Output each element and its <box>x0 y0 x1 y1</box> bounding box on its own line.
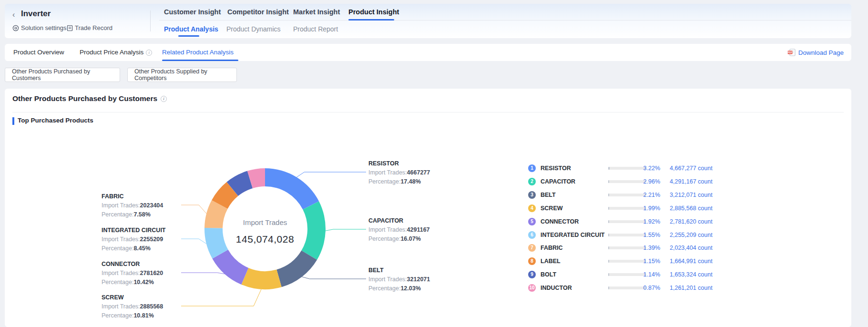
tab-competitor-insight[interactable]: Competitor Insight <box>227 8 289 16</box>
donut-callout-screw: SCREWImport Trades:2885568Percentage:10.… <box>102 293 197 320</box>
ranking-row-integrated-circuit[interactable]: 6INTEGRATED CIRCUIT1.55%2,255,209 count <box>528 231 795 239</box>
callout-percentage: Percentage:10.81% <box>102 311 197 320</box>
callout-percentage: Percentage:12.03% <box>368 284 464 293</box>
subtab-product-dynamics[interactable]: Product Dynamics <box>226 25 281 33</box>
callout-leader-line <box>296 172 366 177</box>
product-name: LABEL <box>541 258 561 265</box>
count-value: 1,261,201 count <box>670 285 713 291</box>
rank-badge: 3 <box>528 191 536 199</box>
callout-import-trades: Import Trades:4667277 <box>368 168 464 177</box>
rank-badge: 4 <box>528 204 536 212</box>
svg-text:PDF: PDF <box>787 51 792 54</box>
filter-purchased-by-customers-button[interactable]: Other Products Purchased by Customers <box>5 68 120 82</box>
count-value: 2,255,209 count <box>670 232 713 238</box>
ranking-row-resistor[interactable]: 1RESISTOR3.22%4,667,277 count <box>528 164 795 173</box>
back-chevron-icon[interactable]: ‹ <box>12 10 15 19</box>
product-name: FABRIC <box>541 245 563 251</box>
progress-bar-fill <box>608 167 610 170</box>
tab-market-insight[interactable]: Market Insight <box>293 8 340 16</box>
trade-record-button[interactable]: Trade Record <box>67 24 112 31</box>
tab-product-insight[interactable]: Product Insight <box>348 8 399 16</box>
info-icon[interactable]: i <box>146 50 152 56</box>
filter-supplied-by-competitors-button[interactable]: Other Products Supplied by Competitors <box>127 68 237 82</box>
rank-badge: 2 <box>528 178 536 185</box>
tab-product-overview[interactable]: Product Overview <box>13 44 64 61</box>
analysis-toolbar: Product Overview Product Price Analysis … <box>5 44 851 61</box>
rank-badge: 1 <box>528 164 536 172</box>
ranking-row-bolt[interactable]: 9BOLT1.14%1,653,324 count <box>528 270 795 279</box>
page-title: Inverter <box>21 9 51 19</box>
rank-badge: 5 <box>528 218 536 225</box>
tab-customer-insight[interactable]: Customer Insight <box>164 8 221 16</box>
callout-product-name: INTEGRATED CIRCUIT <box>102 226 197 235</box>
rank-badge: 9 <box>528 271 536 278</box>
product-name: INTEGRATED CIRCUIT <box>541 232 605 238</box>
donut-callout-integrated-circuit: INTEGRATED CIRCUITImport Trades:2255209P… <box>102 226 197 253</box>
percentage-value: 1.55% <box>627 232 660 238</box>
callout-product-name: CONNECTOR <box>102 260 197 269</box>
ranking-row-inductor[interactable]: 10INDUCTOR0.87%1,261,201 count <box>528 284 795 292</box>
count-value: 2,781,620 count <box>670 218 713 225</box>
percentage-value: 1.92% <box>627 218 660 225</box>
trade-record-icon <box>67 25 73 31</box>
rank-badge: 8 <box>528 257 536 265</box>
solution-settings-label: Solution settings <box>21 24 66 31</box>
callout-import-trades: Import Trades:3212071 <box>368 275 464 284</box>
donut-segment-screw[interactable] <box>241 268 281 289</box>
product-name: BOLT <box>541 271 556 278</box>
count-value: 1,653,324 count <box>670 271 713 278</box>
count-value: 4,291,167 count <box>670 178 713 185</box>
product-name: RESISTOR <box>541 165 571 172</box>
ranking-row-connector[interactable]: 5CONNECTOR1.92%2,781,620 count <box>528 217 795 226</box>
ranking-row-screw[interactable]: 4SCREW1.99%2,885,568 count <box>528 204 795 213</box>
download-page-button[interactable]: PDF Download Page <box>787 44 844 61</box>
count-value: 4,667,277 count <box>670 165 713 172</box>
subtab-product-report[interactable]: Product Report <box>293 25 338 33</box>
rank-badge: 6 <box>528 231 536 239</box>
ranking-row-fabric[interactable]: 7FABRIC1.39%2,023,404 count <box>528 244 795 252</box>
rank-badge: 7 <box>528 244 536 252</box>
callout-percentage: Percentage:10.42% <box>102 278 197 287</box>
tab-product-price-analysis[interactable]: Product Price Analysis i <box>80 44 152 61</box>
callout-product-name: BELT <box>368 266 464 275</box>
ranking-row-belt[interactable]: 3BELT2.21%3,212,071 count <box>528 191 795 199</box>
count-value: 1,664,991 count <box>670 258 713 265</box>
progress-bar-fill <box>608 286 609 289</box>
donut-center-label: Import Trades <box>217 218 313 226</box>
callout-percentage: Percentage:8.45% <box>102 244 197 253</box>
tab-related-product-analysis[interactable]: Related Product Analysis <box>162 44 234 61</box>
donut-callout-resistor: RESISTORImport Trades:4667277Percentage:… <box>368 159 464 186</box>
progress-bar-fill <box>608 207 609 210</box>
percentage-value: 1.99% <box>627 205 660 212</box>
donut-segment-capacitor[interactable] <box>301 201 326 260</box>
tabs-divider <box>159 20 851 20</box>
trade-record-label: Trade Record <box>75 24 112 31</box>
active-subtab-underline <box>178 35 199 37</box>
ranking-row-capacitor[interactable]: 2CAPACITOR2.96%4,291,167 count <box>528 177 795 186</box>
callout-product-name: SCREW <box>102 293 197 302</box>
callout-import-trades: Import Trades:2023404 <box>102 201 197 210</box>
donut-segment-resistor[interactable] <box>265 168 319 210</box>
callout-import-trades: Import Trades:2255209 <box>102 235 197 244</box>
donut-callout-fabric: FABRICImport Trades:2023404Percentage:7.… <box>102 192 197 219</box>
solution-settings-button[interactable]: Solution settings <box>12 24 66 31</box>
donut-callout-capacitor: CAPACITORImport Trades:4291167Percentage… <box>368 216 464 244</box>
solution-settings-icon <box>12 25 19 31</box>
subtab-product-analysis[interactable]: Product Analysis <box>164 25 218 33</box>
progress-bar-fill <box>608 246 609 249</box>
percentage-value: 3.22% <box>627 165 660 172</box>
rank-badge: 10 <box>528 284 536 292</box>
header-divider <box>150 10 151 31</box>
progress-bar-fill <box>608 220 609 223</box>
callout-product-name: RESISTOR <box>368 159 464 168</box>
product-name: BELT <box>541 192 556 198</box>
ranking-row-label[interactable]: 8LABEL1.15%1,664,991 count <box>528 257 795 266</box>
percentage-value: 1.15% <box>627 258 660 265</box>
product-name: INDUCTOR <box>541 285 572 291</box>
callout-percentage: Percentage:17.48% <box>368 177 464 186</box>
page-header: ‹ Inverter Solution settings Trade Recor… <box>5 4 851 38</box>
count-value: 2,023,404 count <box>670 245 713 251</box>
percentage-value: 2.96% <box>627 178 660 185</box>
percentage-value: 2.21% <box>627 192 660 198</box>
donut-callout-connector: CONNECTORImport Trades:2781620Percentage… <box>102 260 197 287</box>
